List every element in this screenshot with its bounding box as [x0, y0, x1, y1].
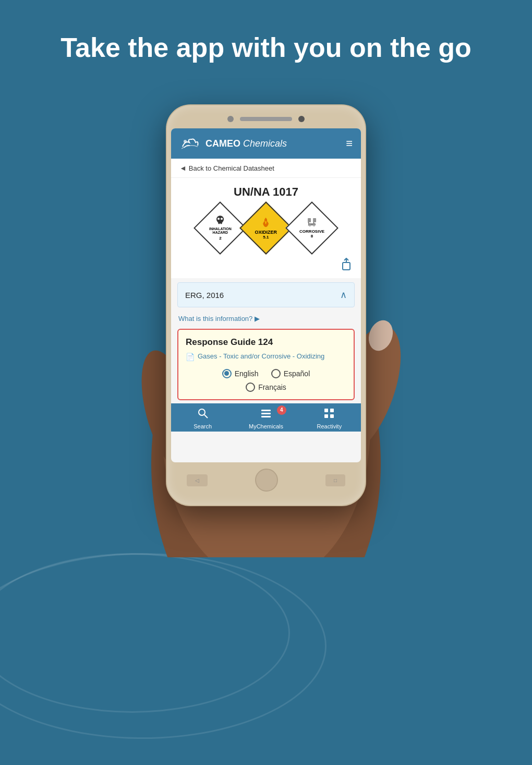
phone-frame: CAMEO Chemicals ≡ ◄ Back to Chemical Dat… [167, 105, 365, 505]
svg-point-16 [309, 224, 311, 226]
hazmat-diamond-corrosive: CORROSIVE 8 [293, 209, 331, 247]
phone-back-btn[interactable]: ◁ [187, 474, 208, 486]
svg-point-19 [199, 409, 205, 415]
radio-espanol [271, 369, 281, 378]
language-row-1: English Español [222, 369, 310, 378]
share-row [171, 254, 361, 278]
erg-dropdown[interactable]: ERG, 2016 ∧ [177, 282, 355, 307]
svg-line-20 [204, 415, 208, 418]
page-headline: Take the app with you on the go [0, 0, 532, 85]
language-english[interactable]: English [222, 369, 259, 378]
bottom-nav: Search 4 MyChemicals [171, 403, 361, 432]
phone-screen: CAMEO Chemicals ≡ ◄ Back to Chemical Dat… [171, 128, 361, 462]
phone-scene: CAMEO Chemicals ≡ ◄ Back to Chemical Dat… [0, 90, 532, 505]
diamond-label-corrosive: CORROSIVE 8 [298, 216, 325, 240]
app-title-bold: CAMEO [205, 138, 240, 149]
language-francais[interactable]: Français [246, 382, 286, 392]
my-chemicals-badge: 4 [277, 405, 286, 415]
svg-rect-27 [330, 414, 334, 418]
grid-icon [323, 408, 335, 421]
svg-rect-18 [343, 262, 350, 270]
svg-point-6 [184, 140, 187, 143]
search-icon [197, 408, 209, 421]
language-espanol[interactable]: Español [271, 369, 310, 378]
phone-bottom-bar: ◁ □ [171, 462, 361, 495]
svg-rect-25 [330, 409, 334, 412]
back-arrow-icon: ◄ [179, 164, 187, 172]
radio-english [222, 369, 232, 378]
nav-my-chemicals-label: MyChemicals [249, 423, 283, 429]
phone-top-bar [171, 116, 361, 122]
language-row-2: Français [246, 382, 286, 392]
guide-subtitle: 📄 Gases - Toxic and/or Corrosive - Oxidi… [186, 352, 346, 363]
diamond-label-oxidizer: OXIDIZER 5.1 [254, 216, 279, 241]
svg-point-7 [216, 216, 224, 223]
svg-rect-26 [324, 414, 328, 418]
espanol-label: Español [284, 369, 310, 378]
diamond-label-inhalation: INHALATIONHAZARD 2 [208, 214, 233, 243]
nav-reactivity-label: Reactivity [317, 423, 342, 429]
svg-rect-24 [324, 409, 328, 412]
app-title-italic: Chemicals [243, 138, 287, 149]
language-options: English Español Français [186, 369, 346, 392]
radio-francais [246, 382, 255, 392]
guide-title: Response Guide 124 [186, 337, 346, 348]
svg-point-17 [313, 224, 315, 226]
phone-home-btn[interactable] [255, 469, 278, 492]
svg-rect-23 [261, 416, 271, 417]
hazmat-diamond-inhalation: INHALATIONHAZARD 2 [201, 209, 239, 247]
pdf-icon: 📄 [186, 352, 195, 363]
info-link[interactable]: What is this information? ▶ [171, 312, 361, 326]
app-logo-area: CAMEO Chemicals [179, 136, 287, 151]
back-nav-text: Back to Chemical Datasheet [189, 164, 274, 172]
guide-subtitle-text: Gases - Toxic and/or Corrosive - Oxidizi… [198, 352, 324, 361]
svg-rect-14 [313, 218, 316, 222]
share-icon[interactable] [340, 257, 353, 275]
nav-search[interactable]: Search [171, 408, 234, 429]
english-label: English [235, 369, 259, 378]
app-logo-icon [179, 136, 200, 151]
app-title: CAMEO Chemicals [205, 138, 287, 149]
francais-label: Français [258, 383, 286, 391]
diamond-shape-corrosive: CORROSIVE 8 [285, 201, 338, 255]
nav-reactivity[interactable]: Reactivity [298, 408, 361, 429]
diamond-shape-inhalation: INHALATIONHAZARD 2 [194, 201, 247, 255]
erg-label: ERG, 2016 [185, 291, 224, 300]
nav-my-chemicals[interactable]: 4 MyChemicals [234, 408, 297, 429]
speaker-grille [240, 117, 292, 121]
diamond-shape-oxidizer: OXIDIZER 5.1 [239, 201, 293, 255]
hazmat-row: INHALATIONHAZARD 2 [171, 204, 361, 254]
front-camera [298, 116, 305, 122]
nav-search-label: Search [194, 423, 212, 429]
radio-dot-english [224, 371, 229, 376]
list-icon [260, 408, 272, 421]
hazmat-diamond-oxidizer: OXIDIZER 5.1 [247, 209, 285, 247]
phone-recent-btn[interactable]: □ [325, 474, 345, 486]
svg-rect-13 [308, 218, 311, 222]
un-number: UN/NA 1017 [171, 178, 361, 204]
camera-dot-left [227, 116, 234, 122]
back-nav[interactable]: ◄ Back to Chemical Datasheet [171, 159, 361, 178]
svg-rect-22 [261, 413, 271, 414]
hamburger-icon[interactable]: ≡ [346, 138, 353, 149]
svg-rect-21 [261, 410, 271, 411]
response-guide-card: Response Guide 124 📄 Gases - Toxic and/o… [177, 329, 355, 400]
app-header: CAMEO Chemicals ≡ [171, 128, 361, 159]
chevron-up-icon: ∧ [340, 289, 347, 301]
